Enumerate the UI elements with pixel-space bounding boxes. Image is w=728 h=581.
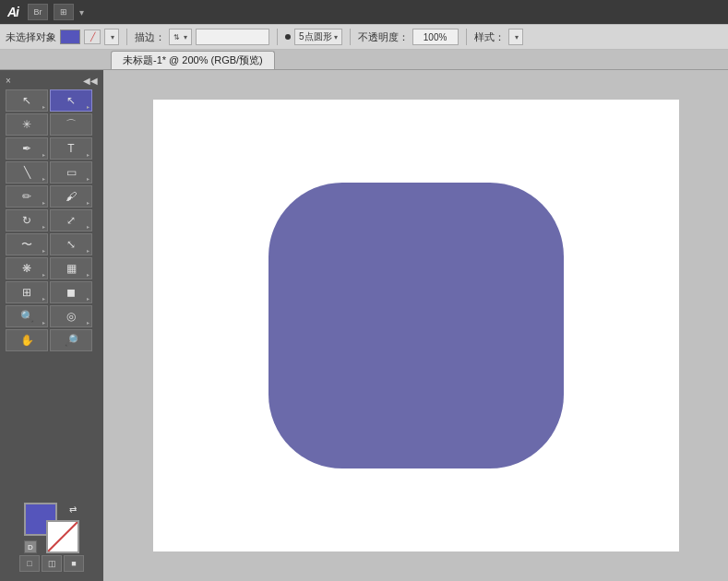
stroke-swap-arrow: ⇅	[173, 33, 180, 42]
artboard-icon: ⊞	[22, 286, 31, 299]
rounded-rectangle-shape[interactable]	[269, 183, 564, 468]
pencil-tool[interactable]: ✏ ▸	[6, 185, 48, 208]
stroke-color-swatch[interactable]	[46, 520, 79, 553]
separator-2	[277, 29, 278, 45]
direct-sub: ▸	[87, 103, 90, 110]
main-area: × ◀◀ ↖ ▸ ↖ ▸ ✳ ⌒ ✒	[0, 70, 728, 581]
direct-selection-tool[interactable]: ↖ ▸	[50, 89, 92, 112]
tool-row-3: ✒ ▸ T ▸	[2, 137, 101, 160]
title-bar: Ai Br ⊞ ▾	[0, 0, 728, 24]
stroke-weight-dropdown[interactable]: ⇅ ▾	[169, 29, 192, 45]
layout-button[interactable]: ⊞	[54, 4, 74, 20]
width-tool[interactable]: ⤡ ▸	[50, 233, 92, 255]
swap-colors-button[interactable]: ⇄	[66, 503, 79, 516]
app-logo: Ai	[7, 5, 18, 19]
selection-icon: ↖	[22, 94, 31, 107]
warp-tool[interactable]: 〜 ▸	[6, 233, 48, 255]
magic-wand-tool[interactable]: ✳	[6, 113, 48, 136]
zoom-tool[interactable]: 🔎	[50, 329, 92, 351]
opacity-input[interactable]: 100%	[412, 29, 459, 45]
line-icon: ╲	[24, 166, 30, 179]
tool-row-2: ✳ ⌒	[2, 113, 101, 136]
dot-icon	[285, 34, 291, 40]
style-arrow: ▾	[515, 33, 519, 42]
rect-tool[interactable]: ▭ ▸	[50, 161, 92, 184]
reset-colors-button[interactable]: D	[24, 540, 37, 553]
line-tool[interactable]: ╲ ▸	[6, 161, 48, 184]
graph-tool[interactable]: ▦ ▸	[50, 257, 92, 279]
blend-sub: ▸	[87, 319, 90, 326]
rotate-sub: ▸	[42, 223, 45, 230]
style-dropdown[interactable]: ▾	[508, 29, 523, 45]
stroke-style-dropdown[interactable]: ▾	[104, 29, 119, 45]
separator-4	[466, 29, 467, 45]
graph-sub: ▸	[87, 271, 90, 278]
scale-sub: ▸	[87, 223, 90, 230]
tool-row-6: ↻ ▸ ⤢ ▸	[2, 209, 101, 231]
rect-icon: ▭	[66, 166, 77, 179]
selection-tool[interactable]: ↖ ▸	[6, 89, 48, 112]
toolbox-header: × ◀◀	[2, 74, 101, 89]
separator-1	[126, 29, 127, 45]
artboard-tool[interactable]: ⊞ ▸	[6, 281, 48, 303]
stroke-weight-arrow: ▾	[184, 33, 187, 42]
bridge-button[interactable]: Br	[28, 4, 48, 20]
shape-dropdown[interactable]: 5点圆形 ▾	[294, 29, 342, 45]
tool-row-7: 〜 ▸ ⤡ ▸	[2, 233, 101, 255]
tool-row-1: ↖ ▸ ↖ ▸	[2, 89, 101, 112]
magic-wand-icon: ✳	[22, 118, 31, 131]
fill-swatch[interactable]	[60, 30, 80, 44]
symbol-tool[interactable]: ❋ ▸	[6, 257, 48, 279]
hand-icon: ✋	[20, 334, 34, 347]
canvas-paper	[153, 100, 679, 551]
opacity-label: 不透明度：	[358, 30, 409, 44]
blend-tool[interactable]: ◎ ▸	[50, 305, 92, 327]
hand-tool[interactable]: ✋	[6, 329, 48, 351]
stroke-icon[interactable]: ╱	[84, 30, 101, 44]
tab-bar: 未标题-1* @ 200% (RGB/预览)	[0, 50, 728, 70]
style-label: 样式：	[474, 30, 505, 44]
eyedropper-tool[interactable]: 🔍 ▸	[6, 305, 48, 327]
scale-tool[interactable]: ⤢ ▸	[50, 209, 92, 231]
document-tab[interactable]: 未标题-1* @ 200% (RGB/预览)	[111, 51, 275, 69]
options-bar: 未选择对象 ╱ ▾ 描边： ⇅ ▾ 5点圆形 ▾ 不透明度： 100% 样式： …	[0, 24, 728, 50]
rotate-icon: ↻	[22, 214, 31, 227]
zoom-icon: 🔎	[65, 334, 78, 347]
pen-tool[interactable]: ✒ ▸	[6, 137, 48, 160]
lasso-icon: ⌒	[66, 117, 77, 133]
type-tool[interactable]: T ▸	[50, 137, 92, 160]
doc-tab-title: 未标题-1* @ 200% (RGB/预览)	[123, 53, 263, 67]
width-input[interactable]	[196, 29, 269, 45]
tool-row-9: ⊞ ▸ ◼ ▸	[2, 281, 101, 303]
shape-value: 5点圆形	[299, 30, 332, 43]
tool-row-11: ✋ 🔎	[2, 329, 101, 351]
artboard-sub: ▸	[42, 295, 45, 302]
stroke-swatch-svg	[48, 522, 78, 551]
warp-sub: ▸	[42, 247, 45, 254]
shape-arrow: ▾	[334, 33, 338, 42]
brush-tool[interactable]: 🖌 ▸	[50, 185, 92, 208]
scale-icon: ⤢	[66, 214, 76, 227]
stroke-label: 描边：	[135, 30, 165, 44]
toolbox-expand[interactable]: ◀◀	[83, 76, 98, 86]
normal-mode-button[interactable]: □	[19, 555, 40, 572]
tool-row-4: ╲ ▸ ▭ ▸	[2, 161, 101, 184]
pencil-sub: ▸	[42, 199, 45, 206]
width-icon: ⤡	[66, 238, 76, 251]
rect-sub: ▸	[87, 175, 90, 182]
screen-mode-button[interactable]: ◫	[42, 555, 62, 572]
symbol-sub: ▸	[42, 271, 45, 278]
brush-sub: ▸	[87, 199, 90, 206]
rotate-tool[interactable]: ↻ ▸	[6, 209, 48, 231]
line-sub: ▸	[42, 175, 45, 182]
width-sub: ▸	[87, 247, 90, 254]
title-dropdown-arrow[interactable]: ▾	[79, 7, 84, 18]
lasso-tool[interactable]: ⌒	[50, 113, 92, 136]
toolbox: × ◀◀ ↖ ▸ ↖ ▸ ✳ ⌒ ✒	[0, 70, 103, 581]
symbol-icon: ❋	[22, 262, 31, 275]
toolbox-close[interactable]: ×	[6, 76, 11, 86]
full-mode-button[interactable]: ■	[64, 555, 84, 572]
gradient-tool[interactable]: ◼ ▸	[50, 281, 92, 303]
separator-3	[350, 29, 351, 45]
direct-selection-icon: ↖	[66, 94, 76, 107]
